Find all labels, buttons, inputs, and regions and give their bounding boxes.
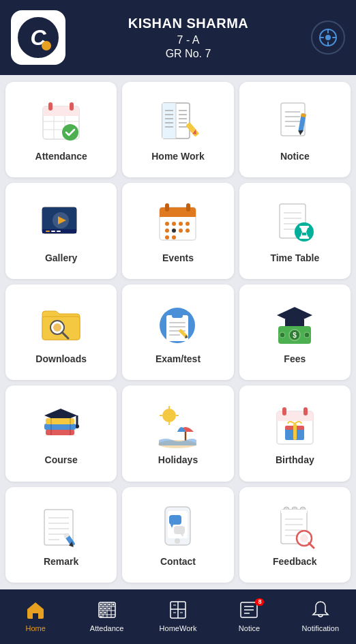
birthday-label: Birthday xyxy=(276,454,314,465)
svg-rect-110 xyxy=(282,407,286,415)
timetable-label: Time Table xyxy=(270,252,319,263)
contact-icon xyxy=(154,503,202,551)
svg-text:$: $ xyxy=(293,332,297,339)
bottom-navigation: Home Atte xyxy=(0,589,356,644)
grid-item-remark[interactable]: Remark xyxy=(5,487,117,583)
svg-rect-50 xyxy=(160,214,196,217)
homework-label: Home Work xyxy=(151,151,205,162)
nav-notice-icon: 8 xyxy=(239,601,258,621)
svg-point-100 xyxy=(162,409,176,422)
svg-rect-71 xyxy=(299,237,309,239)
examtest-icon xyxy=(154,300,202,348)
svg-point-157 xyxy=(108,608,110,610)
svg-point-59 xyxy=(179,229,183,233)
holidays-icon xyxy=(154,401,202,449)
nav-homework-icon xyxy=(168,601,188,621)
notice-icon xyxy=(271,98,318,145)
svg-point-160 xyxy=(100,616,102,618)
grid-item-contact[interactable]: Contact xyxy=(122,487,233,583)
svg-point-159 xyxy=(104,612,106,614)
gallery-label: Gallery xyxy=(45,252,77,263)
grid-item-downloads[interactable]: Downloads xyxy=(5,284,117,380)
grid-item-attendance[interactable]: Attendance xyxy=(5,82,117,177)
svg-point-62 xyxy=(172,235,176,239)
grid-item-examtest[interactable]: Exam/test xyxy=(122,284,233,380)
nav-attendance-icon xyxy=(98,601,117,621)
svg-rect-70 xyxy=(299,226,309,228)
grid-item-notice[interactable]: Notice xyxy=(239,82,351,177)
grid-item-timetable[interactable]: Time Table xyxy=(239,183,351,278)
nav-item-notice[interactable]: 8 Notice xyxy=(213,589,284,644)
svg-rect-45 xyxy=(46,231,50,232)
svg-rect-72 xyxy=(302,233,306,235)
svg-point-155 xyxy=(100,608,102,610)
svg-rect-81 xyxy=(169,326,186,327)
course-icon xyxy=(38,401,85,449)
main-grid: Attendance xyxy=(0,75,356,589)
svg-rect-127 xyxy=(169,515,181,525)
svg-point-53 xyxy=(165,222,169,226)
header: C KISHAN SHARMA 7 - A GR No. 7 xyxy=(0,0,356,75)
feedback-label: Feedback xyxy=(273,556,317,567)
course-label: Course xyxy=(45,454,78,465)
user-gr: GR No. 7 xyxy=(76,48,300,60)
holidays-label: Holidays xyxy=(158,454,198,465)
svg-point-61 xyxy=(165,235,169,239)
svg-rect-83 xyxy=(169,334,180,336)
svg-rect-80 xyxy=(169,322,186,323)
svg-point-1 xyxy=(325,35,331,40)
svg-point-15 xyxy=(62,124,78,141)
feedback-icon xyxy=(271,503,318,551)
svg-rect-10 xyxy=(70,102,74,111)
svg-line-143 xyxy=(309,543,314,548)
events-icon xyxy=(154,199,202,247)
events-label: Events xyxy=(162,252,194,263)
grid-item-feedback[interactable]: Feedback xyxy=(239,487,351,583)
attendance-icon xyxy=(38,98,85,145)
nav-home-label: Home xyxy=(26,624,46,632)
notice-label: Notice xyxy=(280,151,310,162)
svg-rect-111 xyxy=(303,407,308,415)
contact-label: Contact xyxy=(160,556,196,567)
svg-rect-114 xyxy=(293,424,297,440)
nav-item-notification[interactable]: Notification xyxy=(285,589,356,644)
remark-icon xyxy=(38,503,85,551)
nav-item-attendance[interactable]: Attedance xyxy=(71,589,142,644)
settings-icon[interactable] xyxy=(311,20,345,55)
homework-icon xyxy=(154,98,202,145)
svg-point-91 xyxy=(304,332,310,338)
grid-item-birthday[interactable]: Birthday xyxy=(239,385,351,481)
svg-point-156 xyxy=(104,608,106,610)
user-class: 7 - A xyxy=(76,34,300,46)
svg-point-56 xyxy=(186,222,190,226)
nav-notification-label: Notification xyxy=(302,624,339,632)
downloads-label: Downloads xyxy=(35,353,87,364)
notice-badge-count: 8 xyxy=(255,598,264,606)
user-name: KISHAN SHARMA xyxy=(76,16,300,31)
svg-point-153 xyxy=(108,604,110,606)
grid-item-events[interactable]: Events xyxy=(122,183,233,278)
svg-point-90 xyxy=(280,332,285,338)
svg-rect-18 xyxy=(162,103,176,138)
svg-rect-136 xyxy=(281,510,307,513)
home-icon xyxy=(26,601,45,621)
svg-point-60 xyxy=(186,229,190,233)
grid-item-gallery[interactable]: Gallery xyxy=(5,183,117,278)
svg-rect-47 xyxy=(57,231,61,232)
svg-rect-79 xyxy=(172,311,183,318)
svg-rect-9 xyxy=(48,102,53,111)
grid-item-fees[interactable]: $ Fees xyxy=(239,284,351,380)
grid-item-course[interactable]: Course xyxy=(5,385,117,481)
gallery-icon xyxy=(38,199,85,247)
nav-notification-icon xyxy=(311,601,330,621)
nav-attendance-label: Attedance xyxy=(90,624,124,632)
svg-rect-51 xyxy=(165,203,169,211)
svg-point-154 xyxy=(112,604,114,606)
nav-item-homework[interactable]: HomeWork xyxy=(143,589,213,644)
svg-point-142 xyxy=(300,534,308,542)
grid-item-homework[interactable]: Home Work xyxy=(122,82,233,177)
grid-item-holidays[interactable]: Holidays xyxy=(122,385,233,481)
svg-point-151 xyxy=(100,604,102,606)
nav-item-home[interactable]: Home xyxy=(0,589,71,644)
svg-rect-46 xyxy=(51,231,55,232)
